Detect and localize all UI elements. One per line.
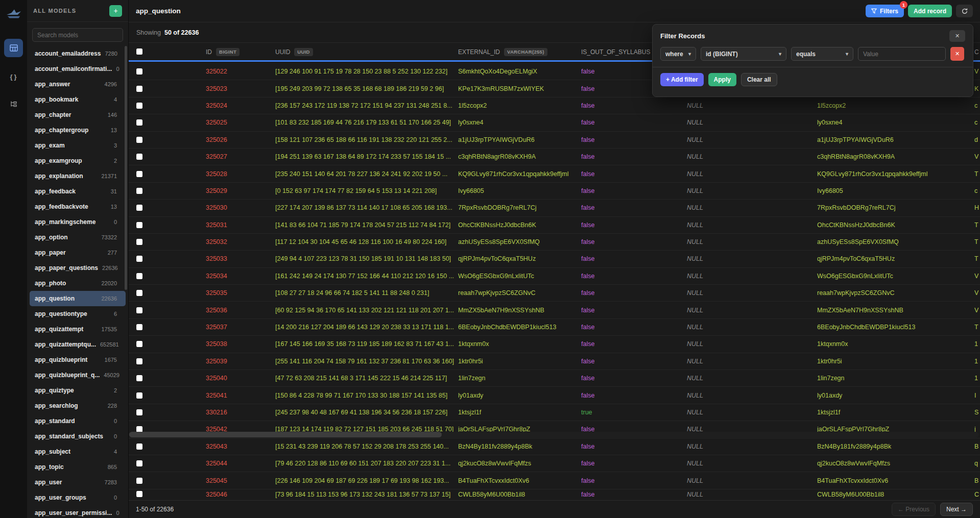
sidebar-model-item[interactable]: app_standard_subjects 0 — [30, 429, 126, 444]
table-row[interactable]: 325028 [235 240 151 140 64 201 78 227 13… — [129, 165, 980, 182]
cell-uuid[interactable]: [249 94 4 107 223 123 78 31 150 185 191 … — [275, 251, 457, 267]
cell-uuid[interactable]: [129 246 100 91 175 19 78 28 150 23 88 5… — [275, 63, 457, 80]
cell-is-out-of-syllabus[interactable]: false — [581, 387, 594, 403]
cell-is-out-of-syllabus[interactable]: false — [581, 472, 594, 488]
cell-uuid[interactable]: [14 200 216 127 204 189 66 143 129 20 23… — [275, 319, 457, 335]
table-row[interactable]: 325031 [141 83 66 104 71 185 79 174 178 … — [129, 217, 980, 234]
cell-null-column[interactable]: NULL — [687, 234, 703, 250]
sidebar-model-item[interactable]: app_feedbackvote 13 — [30, 199, 126, 214]
sidebar-model-item[interactable]: app_paper_questions 22636 — [30, 260, 126, 276]
row-checkbox[interactable] — [136, 409, 142, 415]
cell-id[interactable]: 325036 — [206, 302, 227, 318]
row-checkbox[interactable] — [136, 154, 142, 160]
table-row[interactable]: 325038 [167 145 166 169 35 168 73 119 18… — [129, 336, 980, 353]
cell-null-column[interactable]: NULL — [687, 285, 703, 301]
cell-external-id[interactable]: S6mkhtQoXo4DegoELMgiX — [458, 63, 580, 80]
cell-uuid[interactable]: [79 46 220 128 86 110 69 60 151 207 183 … — [275, 455, 457, 472]
search-models-input[interactable] — [32, 28, 123, 42]
add-filter-button[interactable]: + Add filter — [660, 73, 704, 86]
cell-id[interactable]: 325039 — [206, 353, 227, 369]
cell-uuid[interactable]: [150 86 4 228 78 99 71 167 170 133 30 18… — [275, 387, 457, 403]
cell-slug-column[interactable]: B4TuaFhXTcvxxIdct0Xv6 — [817, 472, 973, 488]
cell-is-out-of-syllabus[interactable]: false — [581, 234, 594, 250]
select-all-checkbox[interactable] — [136, 48, 142, 55]
row-checkbox[interactable] — [136, 324, 142, 330]
where-dropdown[interactable]: where ▾ — [660, 47, 696, 61]
cell-external-id[interactable]: OhcCtKBNssHzJ0dbcBn6K — [458, 217, 580, 233]
sidebar-model-item[interactable]: app_quizblueprint_q... 45029 — [30, 367, 126, 383]
table-row[interactable]: 325026 [158 121 107 236 65 188 66 116 19… — [129, 132, 980, 149]
sidebar-model-item[interactable]: app_examgroup 2 — [30, 153, 126, 168]
cell-slug-column[interactable]: ly0sxne4 — [817, 114, 973, 131]
cell-id[interactable]: 325041 — [206, 387, 227, 403]
cell-is-out-of-syllabus[interactable]: true — [581, 404, 592, 421]
cell-slug-column[interactable]: Ivy66805 — [817, 183, 973, 199]
cell-uuid[interactable]: [226 146 109 204 69 187 69 226 189 17 69… — [275, 472, 457, 488]
sidebar-model-item[interactable]: app_chaptergroup 13 — [30, 122, 126, 138]
cell-id[interactable]: 325025 — [206, 114, 227, 131]
cell-uuid[interactable]: [101 83 232 185 169 44 76 216 179 133 61… — [275, 114, 457, 131]
sidebar-model-item[interactable]: app_searchlog 228 — [30, 398, 126, 413]
cell-null-column[interactable]: NULL — [687, 165, 703, 182]
cell-null-column[interactable]: NULL — [687, 200, 703, 216]
cell-external-id[interactable]: c3qhRBtN8agrR08vKXH9A — [458, 149, 580, 165]
cell-external-id[interactable]: CWLB58yM6U00Bb1il8 — [458, 489, 580, 500]
table-row[interactable]: 325030 [227 174 207 139 86 137 73 114 14… — [129, 200, 980, 216]
column-header-uuid[interactable]: UUID UUID — [275, 43, 313, 60]
add-model-button[interactable]: + — [109, 5, 122, 17]
cell-id[interactable]: 325033 — [206, 251, 227, 267]
cell-external-id[interactable]: WsO6gESGbxG9nLxlitUTc — [458, 268, 580, 284]
close-filter-panel-button[interactable]: ✕ — [949, 30, 965, 42]
cell-slug-column[interactable]: ly01axdy — [817, 387, 973, 403]
filter-value-input[interactable] — [858, 47, 946, 61]
sidebar-scrollbar[interactable] — [125, 46, 127, 290]
cell-slug-column[interactable]: CWLB58yM6U00Bb1il8 — [817, 489, 973, 500]
table-row[interactable]: 325043 [15 231 43 239 119 206 78 57 152 … — [129, 438, 980, 455]
sidebar-model-item[interactable]: app_explanation 21371 — [30, 168, 126, 184]
cell-is-out-of-syllabus[interactable]: false — [581, 319, 594, 335]
cell-id[interactable]: 325022 — [206, 63, 227, 80]
cell-id[interactable]: 325024 — [206, 97, 227, 114]
cell-id[interactable]: 325045 — [206, 472, 227, 488]
cell-id[interactable]: 325023 — [206, 80, 227, 96]
cell-external-id[interactable]: BzN4By181fv2889y4p8Bk — [458, 438, 580, 455]
table-row[interactable]: 325044 [79 46 220 128 86 110 69 60 151 2… — [129, 455, 980, 472]
cell-null-column[interactable]: NULL — [687, 319, 703, 335]
cell-is-out-of-syllabus[interactable]: false — [581, 285, 594, 301]
cell-slug-column[interactable]: 7RpxRsvbDOBRg7reRL7Cj — [817, 200, 973, 216]
cell-is-out-of-syllabus[interactable]: false — [581, 114, 594, 131]
cell-id[interactable]: 325026 — [206, 132, 227, 148]
cell-is-out-of-syllabus[interactable]: false — [581, 217, 594, 233]
cell-slug-column[interactable]: a1jUJ3rpTPYAIWGjVDuR6 — [817, 132, 973, 148]
cell-slug-column[interactable]: BzN4By181fv2889y4p8Bk — [817, 438, 973, 455]
cell-slug-column[interactable]: 1l5zcopx2 — [817, 97, 973, 114]
cell-uuid[interactable]: [236 157 243 172 119 138 72 172 151 94 2… — [275, 97, 457, 114]
sidebar-model-item[interactable]: app_user_user_permissi... 0 — [30, 505, 126, 518]
sidebar-model-item[interactable]: account_emailconfirmati... 0 — [30, 61, 126, 77]
cell-external-id[interactable]: reaah7wpKjvpzSC6ZGNvC — [458, 285, 580, 301]
cell-external-id[interactable]: 6BEobyJnbChdbEWDBP1kiucl513 — [458, 319, 580, 335]
cell-external-id[interactable]: KPe17K3mRUSBM7zxWIYEK — [458, 80, 580, 96]
operator-dropdown[interactable]: equals ▾ — [791, 47, 853, 61]
sidebar-model-item[interactable]: app_subject 4 — [30, 444, 126, 459]
cell-external-id[interactable]: 7RpxRsvbDOBRg7reRL7Cj — [458, 200, 580, 216]
table-row[interactable]: 325027 [194 251 139 63 167 138 64 89 172… — [129, 149, 980, 165]
cell-id[interactable]: 325031 — [206, 217, 227, 233]
cell-null-column[interactable]: NULL — [687, 217, 703, 233]
row-checkbox[interactable] — [136, 491, 142, 497]
sidebar-model-item[interactable]: app_quizattempt 17535 — [30, 322, 126, 337]
row-checkbox[interactable] — [136, 119, 142, 126]
cell-external-id[interactable]: qj2kucO8z8wVwvIFqMfzs — [458, 455, 580, 472]
cell-id[interactable]: 325034 — [206, 268, 227, 284]
field-dropdown[interactable]: id (BIGINT) ▾ — [701, 47, 786, 61]
row-checkbox[interactable] — [136, 358, 142, 364]
row-checkbox[interactable] — [136, 137, 142, 143]
column-header-id[interactable]: ID BIGINT — [206, 43, 240, 60]
sidebar-model-item[interactable]: app_quizattemptqu... 652581 — [30, 337, 126, 352]
cell-is-out-of-syllabus[interactable]: false — [581, 302, 594, 318]
cell-external-id[interactable]: 1l5zcopx2 — [458, 97, 580, 114]
sidebar-model-item[interactable]: app_user 7283 — [30, 475, 126, 490]
cell-null-column[interactable]: NULL — [687, 97, 703, 114]
table-row[interactable]: 325025 [101 83 232 185 169 44 76 216 179… — [129, 114, 980, 131]
add-record-button[interactable]: Add record — [908, 5, 952, 17]
